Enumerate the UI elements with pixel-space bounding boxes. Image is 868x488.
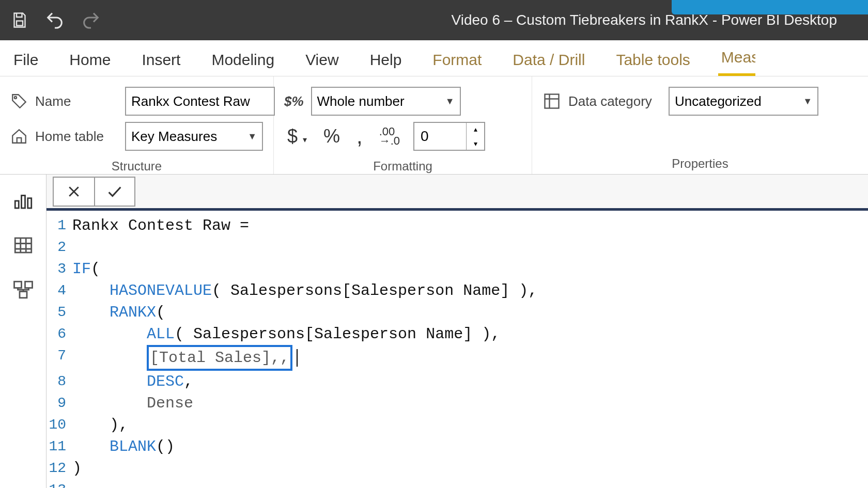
home-table-select[interactable]: Key Measures ▼ (125, 122, 263, 151)
group-structure: Name Home table Key Measures ▼ Structure (0, 76, 274, 174)
code-line: 9 Dense (47, 392, 868, 414)
code-text[interactable]: Rankx Contest Raw = (72, 215, 249, 237)
home-icon (10, 128, 28, 145)
line-number: 4 (47, 280, 72, 302)
tab-modeling[interactable]: Modeling (208, 44, 277, 76)
svg-rect-4 (21, 196, 25, 209)
line-number: 10 (47, 414, 72, 436)
svg-rect-7 (14, 281, 21, 288)
chevron-down-icon: ▼ (445, 96, 455, 107)
svg-rect-9 (20, 292, 27, 298)
name-label: Name (35, 93, 118, 109)
group-formatting-label: Formatting (284, 157, 521, 174)
tab-table-tools[interactable]: Table tools (613, 44, 693, 76)
line-number: 6 (47, 323, 72, 345)
svg-rect-5 (27, 198, 31, 208)
tab-data-drill[interactable]: Data / Drill (509, 44, 588, 76)
tab-help[interactable]: Help (367, 44, 405, 76)
line-number: 11 (47, 436, 72, 458)
tab-view[interactable]: View (302, 44, 342, 76)
code-text[interactable]: RANKX( (72, 302, 165, 323)
code-text[interactable]: IF( (72, 258, 100, 280)
chevron-down-icon: ▼ (803, 96, 812, 107)
code-line: 11 BLANK() (47, 436, 868, 458)
undo-icon[interactable] (44, 10, 65, 30)
svg-rect-3 (15, 201, 19, 208)
chevron-down-icon: ▼ (247, 131, 257, 142)
code-line: 4 HASONEVALUE( Salespersons[Salesperson … (47, 280, 868, 302)
code-line: 13 (47, 479, 868, 488)
code-line: 12) (47, 458, 868, 479)
data-category-select[interactable]: Uncategorized ▼ (669, 87, 818, 116)
line-number: 9 (47, 392, 72, 414)
code-line: 1Rankx Contest Raw = (47, 215, 868, 237)
cancel-button[interactable] (53, 177, 94, 207)
tab-file[interactable]: File (10, 44, 41, 76)
format-type-select[interactable]: Whole number ▼ (311, 87, 461, 116)
formula-editor: 1Rankx Contest Raw =23IF(4 HASONEVALUE( … (47, 175, 868, 488)
line-number: 12 (47, 458, 72, 479)
report-view-button[interactable] (12, 190, 34, 214)
thousands-button[interactable]: , (353, 130, 366, 143)
category-icon (542, 92, 561, 111)
highlight-box: [Total Sales],, (147, 345, 292, 371)
data-view-button[interactable] (12, 234, 34, 258)
group-properties-label: Properties (542, 154, 858, 171)
decimal-precision-icon[interactable]: .00→.0 (376, 126, 403, 147)
tab-home[interactable]: Home (66, 44, 114, 76)
view-bar (0, 175, 47, 488)
code-text[interactable]: [Total Sales],, (72, 345, 298, 371)
format-type-icon: $% (284, 93, 304, 109)
svg-rect-2 (545, 95, 559, 108)
text-cursor (297, 349, 298, 367)
save-icon[interactable] (10, 11, 29, 29)
code-text[interactable]: DESC, (72, 371, 193, 392)
line-number: 2 (47, 237, 72, 258)
code-text[interactable]: ) (72, 458, 82, 479)
code-text[interactable]: ALL( Salespersons[Salesperson Name] ), (72, 323, 500, 345)
code-line: 3IF( (47, 258, 868, 280)
line-number: 5 (47, 302, 72, 323)
code-line: 6 ALL( Salespersons[Salesperson Name] ), (47, 323, 868, 345)
group-formatting: $% Whole number ▼ $ ▾ % , .00→.0 0 ▴ ▾ (274, 76, 532, 174)
home-table-label: Home table (35, 129, 118, 145)
data-category-value: Uncategorized (675, 93, 762, 109)
code-line: 8 DESC, (47, 371, 868, 392)
line-number: 8 (47, 371, 72, 392)
model-view-button[interactable] (12, 279, 34, 303)
data-category-label: Data category (568, 93, 661, 109)
code-line: 5 RANKX( (47, 302, 868, 323)
stepper-up[interactable]: ▴ (467, 122, 484, 136)
currency-button[interactable]: $ ▾ (284, 124, 310, 148)
tag-icon (10, 92, 28, 110)
ribbon: Name Home table Key Measures ▼ Structure… (0, 76, 868, 175)
main: 1Rankx Contest Raw =23IF(4 HASONEVALUE( … (0, 175, 868, 488)
format-type-value: Whole number (317, 93, 405, 109)
svg-rect-6 (15, 238, 32, 253)
line-number: 3 (47, 258, 72, 280)
percent-button[interactable]: % (320, 124, 343, 148)
code-text[interactable]: BLANK() (72, 436, 175, 458)
code-text[interactable]: HASONEVALUE( Salespersons[Salesperson Na… (72, 280, 537, 302)
redo-icon[interactable] (81, 10, 101, 30)
commit-button[interactable] (94, 177, 135, 207)
tab-measure-tools[interactable]: Meas (718, 41, 755, 76)
svg-rect-0 (17, 21, 23, 26)
line-number: 1 (47, 215, 72, 237)
stepper-down[interactable]: ▾ (467, 136, 484, 151)
group-structure-label: Structure (10, 157, 263, 174)
measure-name-input[interactable] (125, 87, 275, 116)
signin-bar[interactable] (672, 0, 868, 14)
code-line: 10 ), (47, 414, 868, 436)
code-text[interactable]: ), (72, 414, 128, 436)
tab-format[interactable]: Format (429, 44, 485, 76)
svg-rect-8 (25, 281, 32, 288)
code-line: 7 [Total Sales],, (47, 345, 868, 371)
svg-point-1 (14, 97, 17, 99)
code-area[interactable]: 1Rankx Contest Raw =23IF(4 HASONEVALUE( … (47, 211, 868, 488)
home-table-value: Key Measures (131, 129, 217, 145)
decimal-value: 0 (414, 128, 466, 145)
decimal-stepper[interactable]: 0 ▴ ▾ (413, 122, 485, 151)
code-text[interactable]: Dense (72, 392, 193, 414)
tab-insert[interactable]: Insert (138, 44, 183, 76)
